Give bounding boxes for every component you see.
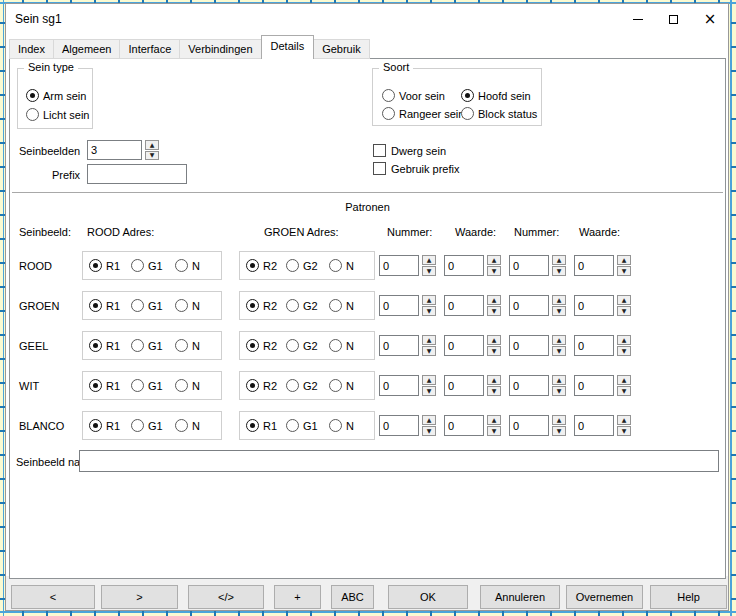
spinner-up-icon[interactable]: ▲ <box>617 415 631 425</box>
tab-verbindingen[interactable]: Verbindingen <box>179 39 261 59</box>
radio-blanco-rood-n[interactable]: N <box>175 419 200 432</box>
radio-licht-sein[interactable]: Licht sein <box>26 108 89 121</box>
prev-button[interactable]: < <box>11 585 95 609</box>
radio-blanco-groen-n[interactable]: N <box>329 419 354 432</box>
radio-wit-groen-g2[interactable]: G2 <box>286 379 318 392</box>
spinner-down-icon[interactable]: ▼ <box>487 306 501 316</box>
tab-interface[interactable]: Interface <box>119 39 180 59</box>
spinner-up-icon[interactable]: ▲ <box>422 375 436 385</box>
radio-rood-groen-r2[interactable]: R2 <box>246 259 277 272</box>
spinner-blanco-3-input[interactable] <box>574 415 614 436</box>
spinner-geel-3-input[interactable] <box>574 335 614 356</box>
maximize-button[interactable] <box>661 9 685 29</box>
spinner-up-icon[interactable]: ▲ <box>617 375 631 385</box>
spinner-rood-0-input[interactable] <box>379 255 419 276</box>
spinner-down-icon[interactable]: ▼ <box>487 266 501 276</box>
spinner-wit-1-input[interactable] <box>444 375 484 396</box>
spinner-down-icon[interactable]: ▼ <box>617 386 631 396</box>
spinner-down-icon[interactable]: ▼ <box>487 386 501 396</box>
radio-arm-sein[interactable]: Arm sein <box>26 89 86 102</box>
add-button[interactable]: + <box>274 585 321 609</box>
spinner-geel-2-input[interactable] <box>509 335 549 356</box>
spinner-down-icon[interactable]: ▼ <box>422 346 436 356</box>
radio-hoofd-sein[interactable]: Hoofd sein <box>461 89 531 102</box>
overnemen-button[interactable]: Overnemen <box>566 585 643 609</box>
radio-blanco-rood-g1[interactable]: G1 <box>131 419 163 432</box>
spinner-up-icon[interactable]: ▲ <box>617 255 631 265</box>
radio-groen-rood-n[interactable]: N <box>175 299 200 312</box>
spinner-up-icon[interactable]: ▲ <box>617 295 631 305</box>
spinner-up-icon[interactable]: ▲ <box>487 255 501 265</box>
abc-button[interactable]: ABC <box>331 585 374 609</box>
spinner-blanco-1-input[interactable] <box>444 415 484 436</box>
ok-button[interactable]: OK <box>388 585 468 609</box>
spinner-up-icon[interactable]: ▲ <box>552 295 566 305</box>
spinner-wit-0-input[interactable] <box>379 375 419 396</box>
radio-block-status[interactable]: Block status <box>461 107 537 120</box>
spinner-blanco-2-input[interactable] <box>509 415 549 436</box>
spinner-down-icon[interactable]: ▼ <box>145 151 159 161</box>
radio-geel-rood-g1[interactable]: G1 <box>131 339 163 352</box>
spinner-up-icon[interactable]: ▲ <box>487 295 501 305</box>
spinner-up-icon[interactable]: ▲ <box>552 375 566 385</box>
radio-blanco-groen-r1[interactable]: R1 <box>246 419 277 432</box>
spinner-up-icon[interactable]: ▲ <box>422 255 436 265</box>
tab-details[interactable]: Details <box>261 35 315 59</box>
spinner-down-icon[interactable]: ▼ <box>617 346 631 356</box>
spinner-geel-0-input[interactable] <box>379 335 419 356</box>
seinbeelden-spinner-input[interactable] <box>87 140 142 160</box>
spinner-down-icon[interactable]: ▼ <box>617 426 631 436</box>
spinner-down-icon[interactable]: ▼ <box>487 346 501 356</box>
spinner-down-icon[interactable]: ▼ <box>552 266 566 276</box>
spinner-up-icon[interactable]: ▲ <box>145 140 159 150</box>
spinner-up-icon[interactable]: ▲ <box>422 295 436 305</box>
radio-groen-rood-g1[interactable]: G1 <box>131 299 163 312</box>
spinner-down-icon[interactable]: ▼ <box>617 306 631 316</box>
spinner-groen-3-input[interactable] <box>574 295 614 316</box>
spinner-groen-0-input[interactable] <box>379 295 419 316</box>
help-button[interactable]: Help <box>650 585 727 609</box>
spinner-rood-3-input[interactable] <box>574 255 614 276</box>
spinner-up-icon[interactable]: ▲ <box>487 375 501 385</box>
spinner-down-icon[interactable]: ▼ <box>422 386 436 396</box>
radio-wit-rood-g1[interactable]: G1 <box>131 379 163 392</box>
spinner-up-icon[interactable]: ▲ <box>552 335 566 345</box>
spinner-up-icon[interactable]: ▲ <box>552 255 566 265</box>
spinner-down-icon[interactable]: ▼ <box>552 346 566 356</box>
spinner-blanco-0-input[interactable] <box>379 415 419 436</box>
radio-wit-groen-n[interactable]: N <box>329 379 354 392</box>
prev-next-button[interactable]: </> <box>188 585 264 609</box>
radio-geel-rood-r1[interactable]: R1 <box>89 339 120 352</box>
spinner-down-icon[interactable]: ▼ <box>422 266 436 276</box>
spinner-up-icon[interactable]: ▲ <box>487 415 501 425</box>
radio-groen-groen-g2[interactable]: G2 <box>286 299 318 312</box>
spinner-rood-2-input[interactable] <box>509 255 549 276</box>
spinner-down-icon[interactable]: ▼ <box>617 266 631 276</box>
spinner-up-icon[interactable]: ▲ <box>422 415 436 425</box>
radio-blanco-groen-g1[interactable]: G1 <box>286 419 318 432</box>
spinner-down-icon[interactable]: ▼ <box>422 306 436 316</box>
radio-geel-rood-n[interactable]: N <box>175 339 200 352</box>
radio-geel-groen-r2[interactable]: R2 <box>246 339 277 352</box>
radio-blanco-rood-r1[interactable]: R1 <box>89 419 120 432</box>
spinner-rood-1-input[interactable] <box>444 255 484 276</box>
spinner-down-icon[interactable]: ▼ <box>552 386 566 396</box>
radio-rangeer-sein[interactable]: Rangeer sein <box>382 107 464 120</box>
spinner-wit-2-input[interactable] <box>509 375 549 396</box>
spinner-wit-3-input[interactable] <box>574 375 614 396</box>
radio-groen-groen-r2[interactable]: R2 <box>246 299 277 312</box>
minimize-button[interactable] <box>626 9 650 29</box>
spinner-down-icon[interactable]: ▼ <box>552 306 566 316</box>
spinner-groen-2-input[interactable] <box>509 295 549 316</box>
radio-groen-rood-r1[interactable]: R1 <box>89 299 120 312</box>
checkbox-dwerg-sein[interactable]: Dwerg sein <box>373 144 446 157</box>
radio-wit-rood-n[interactable]: N <box>175 379 200 392</box>
radio-rood-rood-g1[interactable]: G1 <box>131 259 163 272</box>
spinner-up-icon[interactable]: ▲ <box>487 335 501 345</box>
radio-wit-groen-r2[interactable]: R2 <box>246 379 277 392</box>
radio-rood-groen-g2[interactable]: G2 <box>286 259 318 272</box>
next-button[interactable]: > <box>101 585 178 609</box>
close-button[interactable]: × <box>698 9 722 29</box>
spinner-up-icon[interactable]: ▲ <box>422 335 436 345</box>
radio-rood-rood-n[interactable]: N <box>175 259 200 272</box>
